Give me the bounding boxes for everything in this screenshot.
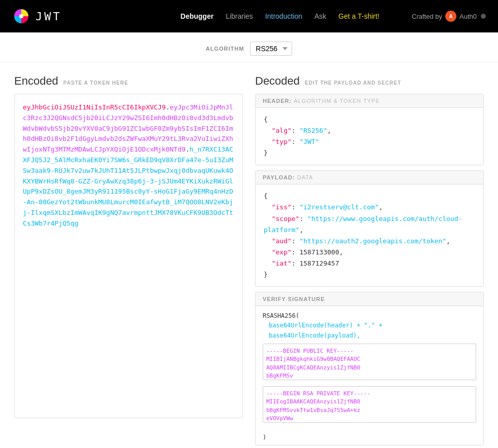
token-signature: h_n7RXC13ACXFJQ5J2_5AlMcRxhaEK0Yi7SW6s_G… [23, 145, 233, 227]
verify-fn-text: RSASHA256( [263, 312, 299, 319]
dot2: . [186, 145, 190, 153]
nav-ask[interactable]: Ask [314, 12, 326, 20]
encoded-subtitle: PASTE A TOKEN HERE [63, 80, 128, 86]
token-header: eyJhbGciOiJSUzI1NiIsInR5cCI6IkpXVCJ9 [23, 103, 166, 111]
payload-label: PAYLOAD: [263, 174, 295, 180]
encoded-section: Encoded PASTE A TOKEN HERE eyJhbGciOiJSU… [14, 74, 243, 445]
nav-libraries[interactable]: Libraries [226, 12, 253, 20]
decoded-section: Decoded EDIT THE PAYLOAD AND SECRET HEAD… [255, 74, 484, 445]
private-key-input[interactable]: -----BEGIN RSA PRIVATE KEY----- MIIEogIB… [263, 386, 476, 423]
nav-tshirt[interactable]: Get a T-shirt! [338, 12, 379, 20]
private-key-wrapper: -----BEGIN RSA PRIVATE KEY----- MIIEogIB… [263, 386, 476, 426]
crafted-label: Crafted by [412, 13, 442, 20]
algorithm-label: ALGORITHM [206, 46, 244, 52]
nav-links: Debugger Libraries Introduction Ask Get … [181, 12, 379, 20]
payload-panel-title: PAYLOAD: DATA [256, 171, 483, 184]
decoded-subtitle: EDIT THE PAYLOAD AND SECRET [305, 80, 401, 86]
encoded-title-text: Encoded [14, 74, 58, 88]
verify-panel: VERIFY SIGNATURE RSASHA256( base64UrlEnc… [255, 292, 484, 445]
verify-concat1-text: base64UrlEncode(header) + "." + [269, 322, 382, 329]
navbar: JWT Debugger Libraries Introduction Ask … [0, 0, 498, 32]
payload-panel-body[interactable]: { "iss": "i2restserv@clt.com", "scope": … [256, 184, 483, 286]
logo-text: JWT [35, 10, 62, 23]
verify-label: VERIFY SIGNATURE [256, 292, 483, 306]
public-key-wrapper: -----BEGIN PUBLIC KEY----- MIIBIjANBgkqh… [263, 344, 476, 383]
decoded-title-text: Decoded [255, 74, 300, 88]
header-label: HEADER: [263, 98, 292, 104]
auth0-indicator [481, 14, 486, 19]
header-sublabel: ALGORITHM & TOKEN TYPE [294, 98, 380, 104]
header-panel-body[interactable]: { "alg": "RS256", "typ": "JWT" } [256, 108, 483, 165]
verify-concat2: base64UrlEncode(payload), [263, 331, 476, 341]
header-panel: HEADER: ALGORITHM & TOKEN TYPE { "alg": … [255, 94, 484, 165]
auth0-icon: A [445, 11, 456, 22]
decoded-title: Decoded EDIT THE PAYLOAD AND SECRET [255, 74, 484, 88]
nav-debugger[interactable]: Debugger [181, 12, 214, 20]
payload-panel: PAYLOAD: DATA { "iss": "i2restserv@clt.c… [255, 170, 484, 287]
public-key-input[interactable]: -----BEGIN PUBLIC KEY----- MIIBIjANBgkqh… [263, 344, 476, 380]
encoded-box[interactable]: eyJhbGciOiJSUzI1NiIsInR5cCI6IkpXVCJ9.eyJ… [14, 94, 243, 418]
main-content: Encoded PASTE A TOKEN HERE eyJhbGciOiJSU… [0, 62, 498, 448]
payload-sublabel: DATA [297, 174, 313, 180]
header-panel-title: HEADER: ALGORITHM & TOKEN TYPE [256, 94, 483, 108]
algorithm-select[interactable]: RS256 HS256 HS384 HS512 RS384 RS512 [250, 42, 292, 56]
encoded-title: Encoded PASTE A TOKEN HERE [14, 74, 243, 88]
auth0-label: Auth0 [459, 13, 477, 20]
svg-point-0 [19, 14, 23, 18]
verify-concat2-text: base64UrlEncode(payload), [269, 332, 361, 339]
logo-icon [12, 7, 30, 25]
nav-introduction[interactable]: Introduction [265, 12, 302, 20]
verify-body: RSASHA256( base64UrlEncode(header) + "."… [256, 306, 483, 434]
algorithm-row: ALGORITHM RS256 HS256 HS384 HS512 RS384 … [0, 32, 498, 62]
dot1: . [166, 103, 170, 111]
crafted-by: Crafted by A Auth0 [412, 11, 486, 22]
verify-concat1: base64UrlEncode(header) + "." + [263, 321, 476, 330]
verify-fn: RSASHA256( [263, 311, 476, 321]
verify-close: ) [256, 434, 483, 445]
logo-link[interactable]: JWT [12, 7, 62, 25]
